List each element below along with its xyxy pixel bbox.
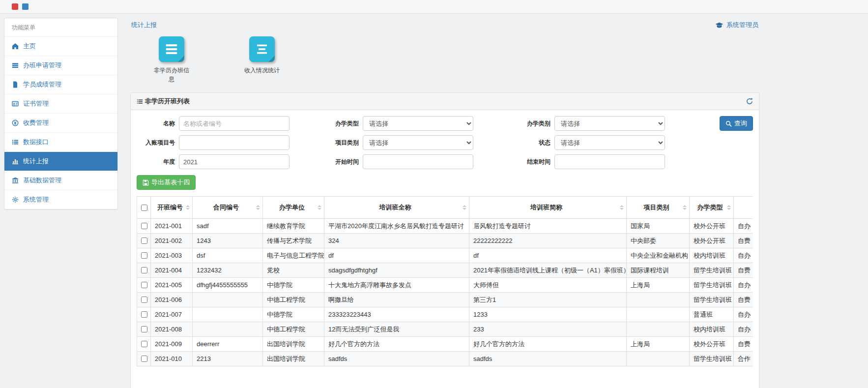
name-input[interactable] bbox=[179, 116, 289, 131]
column-header[interactable]: 项目类别 bbox=[627, 197, 690, 219]
shortcut-tile[interactable]: 收入情况统计 bbox=[240, 36, 284, 84]
row-checkbox[interactable] bbox=[141, 297, 147, 303]
school-type-label: 办学类型 bbox=[299, 119, 363, 128]
cell-short-name: df bbox=[469, 248, 627, 263]
school-type-select[interactable]: 请选择 bbox=[363, 116, 473, 131]
sort-arrows-icon bbox=[186, 205, 190, 210]
cell-full-name: df bbox=[324, 248, 469, 263]
name-label: 名称 bbox=[137, 119, 179, 128]
export-button[interactable]: 导出基表十四 bbox=[137, 175, 196, 190]
cell-school-type: 留学生培训班 bbox=[690, 293, 734, 307]
user-name: 系统管理员 bbox=[726, 21, 758, 30]
sidebar-item[interactable]: 办班申请管理 bbox=[4, 56, 117, 75]
cell-contract-no: deerrerr bbox=[193, 337, 263, 352]
cell-run-mode: 自办 bbox=[734, 307, 753, 322]
sidebar-item[interactable]: 证书管理 bbox=[4, 94, 117, 114]
row-checkbox[interactable] bbox=[141, 223, 147, 229]
column-header[interactable]: 合同编号 bbox=[193, 197, 263, 219]
cell-unit: 中德学院 bbox=[263, 307, 324, 322]
sidebar-item[interactable]: 数据接口 bbox=[4, 133, 117, 152]
sidebar-item[interactable]: 收费管理 bbox=[4, 114, 117, 133]
sidebar-item-label: 统计上报 bbox=[23, 157, 49, 166]
cell-class-no: 2021-002 bbox=[151, 234, 193, 248]
chart-icon bbox=[12, 158, 19, 165]
cell-short-name: 22222222222 bbox=[469, 234, 627, 248]
cell-full-name: 233323223443 bbox=[324, 307, 469, 322]
sort-arrows-icon bbox=[683, 205, 687, 210]
column-header[interactable]: 培训班全称 bbox=[324, 197, 469, 219]
row-checkbox[interactable] bbox=[141, 311, 147, 318]
logo-red-icon bbox=[12, 3, 18, 10]
status-select[interactable]: 请选择 bbox=[554, 135, 665, 150]
sidebar-item-label: 基础数据管理 bbox=[23, 176, 61, 185]
year-input[interactable] bbox=[179, 154, 289, 169]
sidebar-item[interactable]: 学员成绩管理 bbox=[4, 75, 117, 94]
table-wrap: 开班编号 合同编号 办学单位 bbox=[137, 196, 753, 366]
cell-run-mode: 自办 bbox=[734, 219, 753, 234]
sidebar-item-label: 学员成绩管理 bbox=[23, 80, 61, 89]
sidebar-item[interactable]: 基础数据管理 bbox=[4, 171, 117, 190]
column-header[interactable]: 办 bbox=[734, 197, 753, 219]
cell-run-mode: 自费 bbox=[734, 234, 753, 248]
query-button[interactable]: 查询 bbox=[720, 116, 753, 131]
row-checkbox[interactable] bbox=[141, 252, 147, 259]
cell-short-name: 第三方1 bbox=[469, 293, 627, 307]
sidebar-item[interactable]: 系统管理 bbox=[4, 190, 117, 209]
row-checkbox[interactable] bbox=[141, 267, 147, 273]
select-all-checkbox[interactable] bbox=[141, 205, 147, 211]
project-category-select[interactable]: 请选择 bbox=[363, 135, 473, 150]
search-icon bbox=[725, 120, 732, 127]
table-row: 2021-006 中德工程学院 啊撒旦给 第三方1 留学生培训班 自费 bbox=[137, 293, 753, 307]
cell-short-name: 233 bbox=[469, 322, 627, 337]
cell-short-name: 2021年寒假德语培训线上课程（初级一（A1）寒假班） bbox=[469, 263, 627, 278]
panel-title: 非学历开班列表 bbox=[145, 97, 190, 106]
shortcut-tile[interactable]: 非学历办班信息 bbox=[150, 36, 193, 84]
cell-class-no: 2021-004 bbox=[151, 263, 193, 278]
row-checkbox[interactable] bbox=[141, 282, 147, 288]
sidebar-item[interactable]: 主页 bbox=[4, 37, 117, 56]
column-header[interactable]: 办学类型 bbox=[690, 197, 734, 219]
tile-label: 非学历办班信息 bbox=[153, 66, 190, 84]
column-header[interactable]: 培训班简称 bbox=[469, 197, 627, 219]
row-checkbox[interactable] bbox=[141, 341, 147, 347]
idcard-icon bbox=[12, 100, 19, 107]
user-badge[interactable]: 系统管理员 bbox=[715, 21, 758, 30]
column-header[interactable]: 办学单位 bbox=[263, 197, 324, 219]
sidebar-item[interactable]: 统计上报 bbox=[4, 152, 117, 171]
table-row: 2021-009 deerrerr 出国培训学院 好几个官方的方法 好几个官方的… bbox=[137, 337, 753, 352]
class-list-panel: 非学历开班列表 名称 办学类型 请选择 办学类别 请选择 bbox=[130, 92, 759, 388]
bank-icon bbox=[12, 177, 19, 184]
start-time-label: 开始时间 bbox=[299, 158, 363, 166]
start-time-input[interactable] bbox=[363, 154, 473, 169]
row-checkbox[interactable] bbox=[141, 356, 147, 362]
money-icon bbox=[12, 119, 19, 126]
sidebar-menu: 主页 办班申请管理 学员成绩管理 证书管理 收费管理 bbox=[4, 37, 117, 209]
cell-project-category bbox=[627, 352, 690, 366]
account-no-input[interactable] bbox=[179, 135, 289, 150]
cell-full-name: sdagsdfgdfhtghgf bbox=[324, 263, 469, 278]
cell-project-category: 国际课程培训 bbox=[627, 263, 690, 278]
refresh-icon[interactable] bbox=[746, 98, 753, 105]
cell-contract-no bbox=[193, 322, 263, 337]
end-time-input[interactable] bbox=[554, 154, 665, 169]
cell-short-name: 居风貌打造专题研讨 bbox=[469, 219, 627, 234]
cell-class-no: 2021-008 bbox=[151, 322, 193, 337]
main-content: 统计上报 系统管理员 非学历办班信息 收入情况统计 非学历开班列表 bbox=[130, 18, 759, 388]
cell-unit: 继续教育学院 bbox=[263, 219, 324, 234]
cell-full-name: 好几个官方的方法 bbox=[324, 337, 469, 352]
cell-run-mode: 自办 bbox=[734, 248, 753, 263]
row-checkbox[interactable] bbox=[141, 326, 147, 332]
cell-short-name: 1233 bbox=[469, 307, 627, 322]
cell-contract-no: dfhgfj4455555555 bbox=[193, 278, 263, 293]
row-checkbox[interactable] bbox=[141, 238, 147, 244]
home-icon bbox=[12, 43, 19, 50]
sidebar-item-label: 主页 bbox=[23, 42, 36, 51]
column-header[interactable]: 开班编号 bbox=[151, 197, 193, 219]
cell-run-mode: 合作 bbox=[734, 352, 753, 366]
select-all-header bbox=[137, 197, 151, 219]
school-category-select[interactable]: 请选择 bbox=[554, 116, 665, 131]
school-category-label: 办学类别 bbox=[491, 119, 554, 128]
cell-full-name: 12而无法受到广泛但是我 bbox=[324, 322, 469, 337]
cell-full-name: 324 bbox=[324, 234, 469, 248]
cell-project-category: 上海局 bbox=[627, 278, 690, 293]
